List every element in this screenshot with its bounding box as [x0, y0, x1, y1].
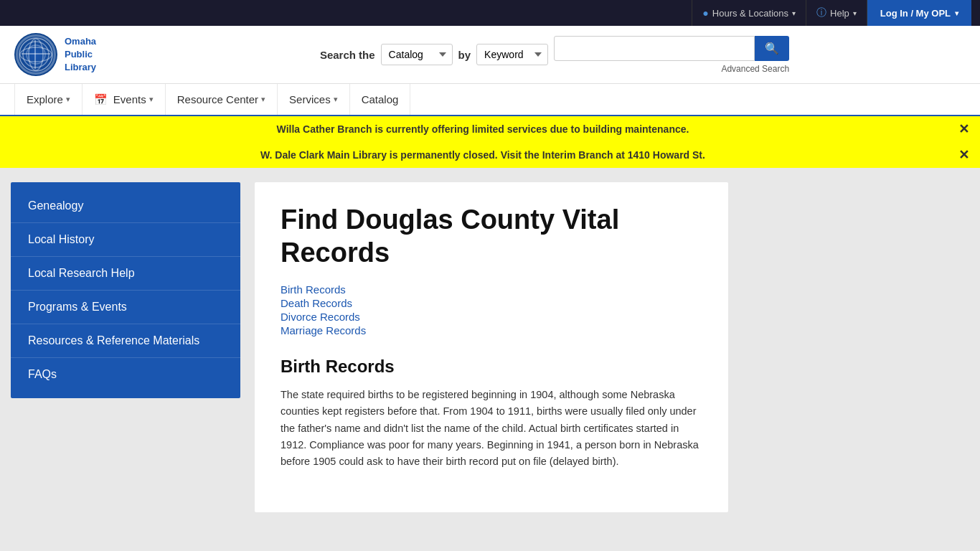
search-label: Search the	[320, 49, 375, 61]
advanced-search-link[interactable]: Advanced Search	[721, 64, 789, 74]
chevron-down-icon: ▾	[955, 9, 958, 17]
sidebar-item-genealogy[interactable]: Genealogy	[11, 189, 240, 223]
page-title: Find Douglas County Vital Records	[281, 204, 702, 269]
logo-area[interactable]: Omaha Public Library	[14, 33, 129, 76]
svg-rect-3	[22, 53, 50, 55]
svg-point-0	[19, 38, 52, 71]
nav-item-resource-center[interactable]: Resource Center ▾	[166, 84, 278, 115]
toc-link-death[interactable]: Death Records	[281, 297, 702, 309]
birth-records-heading: Birth Records	[281, 357, 702, 377]
hours-locations-link[interactable]: ● Hours & Locations ▾	[692, 0, 806, 26]
svg-rect-4	[34, 40, 36, 69]
login-button[interactable]: Log In / My OPL ▾	[867, 0, 971, 26]
search-input[interactable]	[554, 36, 755, 61]
chevron-down-icon: ▾	[853, 9, 857, 17]
svg-point-2	[27, 45, 45, 64]
location-icon: ●	[702, 7, 708, 19]
sidebar-item-programs-events[interactable]: Programs & Events	[11, 291, 240, 324]
top-bar: ● Hours & Locations ▾ ⓘ Help ▾ Log In / …	[0, 0, 980, 26]
toc-link-divorce[interactable]: Divorce Records	[281, 311, 702, 323]
search-button[interactable]: 🔍	[755, 36, 789, 61]
alert-banner-2: W. Dale Clark Main Library is permanentl…	[0, 142, 980, 168]
chevron-down-icon: ▾	[261, 95, 265, 104]
table-of-contents: Birth Records Death Records Divorce Reco…	[281, 283, 702, 336]
chevron-down-icon: ▾	[66, 95, 70, 104]
sidebar-item-resources-reference[interactable]: Resources & Reference Materials	[11, 324, 240, 358]
svg-point-1	[23, 42, 49, 67]
chevron-down-icon: ▾	[149, 95, 154, 104]
chevron-down-icon: ▾	[792, 9, 796, 17]
sidebar-item-faqs[interactable]: FAQs	[11, 358, 240, 391]
svg-point-6	[20, 47, 52, 62]
nav-item-services[interactable]: Services ▾	[278, 84, 350, 115]
logo-svg	[18, 37, 54, 72]
calendar-icon: 📅	[94, 93, 108, 106]
help-icon: ⓘ	[816, 6, 826, 19]
birth-records-section: Birth Records The state required births …	[281, 357, 702, 470]
toc-link-marriage[interactable]: Marriage Records	[281, 324, 702, 336]
search-area: Search the Catalog by Keyword 🔍 Advanced…	[143, 36, 966, 74]
right-spacer	[743, 182, 764, 512]
logo-text: Omaha Public Library	[65, 35, 96, 75]
content-wrapper: Genealogy Local History Local Research H…	[0, 168, 980, 527]
alert-close-button-2[interactable]: ✕	[958, 147, 969, 163]
nav-item-catalog[interactable]: Catalog	[350, 84, 411, 115]
sidebar-item-local-history[interactable]: Local History	[11, 223, 240, 257]
main-nav: Explore ▾ 📅 Events ▾ Resource Center ▾ S…	[0, 83, 980, 116]
svg-point-5	[29, 39, 43, 70]
alert-close-button-1[interactable]: ✕	[958, 121, 969, 137]
main-content: Find Douglas County Vital Records Birth …	[255, 182, 728, 512]
sidebar: Genealogy Local History Local Research H…	[11, 182, 240, 398]
chevron-down-icon: ▾	[334, 95, 338, 104]
alert-banner-1: Willa Cather Branch is currently offerin…	[0, 116, 980, 142]
help-link[interactable]: ⓘ Help ▾	[806, 0, 867, 26]
birth-records-text: The state required births to be register…	[281, 387, 702, 470]
toc-link-birth[interactable]: Birth Records	[281, 283, 702, 296]
site-header: Omaha Public Library Search the Catalog …	[0, 26, 980, 83]
by-label: by	[458, 49, 471, 61]
nav-item-explore[interactable]: Explore ▾	[14, 84, 83, 115]
sidebar-item-local-research-help[interactable]: Local Research Help	[11, 257, 240, 291]
nav-item-events[interactable]: 📅 Events ▾	[83, 84, 166, 115]
logo-image	[14, 33, 57, 76]
keyword-select[interactable]: Keyword	[476, 44, 548, 65]
catalog-select[interactable]: Catalog	[381, 44, 453, 65]
